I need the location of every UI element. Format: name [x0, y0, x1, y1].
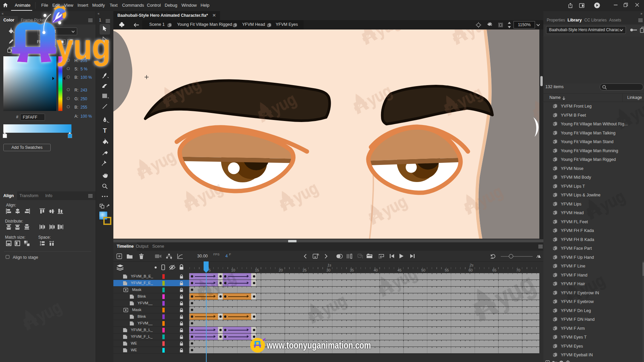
svg-text:A: A	[317, 253, 319, 256]
svg-text:yug: yug	[56, 27, 111, 67]
svg-text:i: i	[561, 361, 561, 362]
